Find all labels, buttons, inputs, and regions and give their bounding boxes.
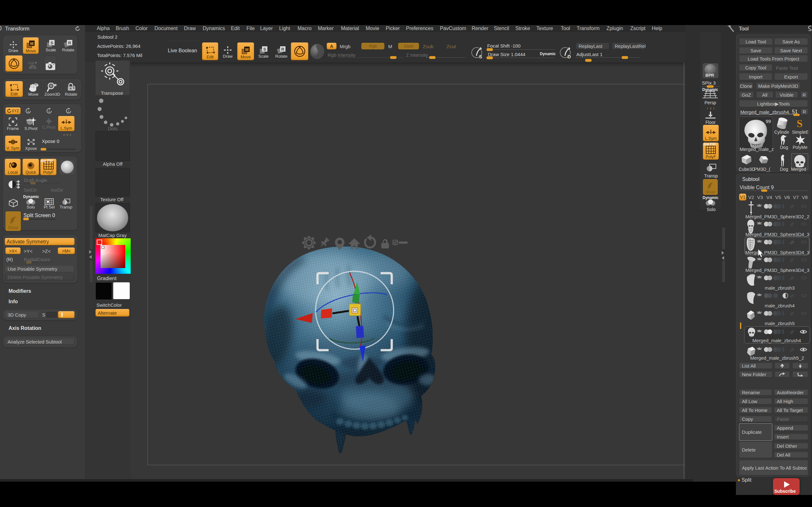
svg-text:R: R: [281, 47, 285, 52]
svg-text:S: S: [797, 118, 803, 129]
svg-text:Z: Z: [67, 110, 69, 113]
svg-text:S: S: [50, 41, 53, 45]
svg-text:M: M: [30, 41, 34, 46]
svg-text:S: S: [263, 47, 266, 52]
svg-text:Y: Y: [48, 110, 50, 113]
svg-text:X: X: [27, 110, 29, 113]
svg-text:R: R: [68, 41, 71, 45]
svg-text:D: D: [567, 54, 571, 59]
svg-text:S: S: [479, 54, 482, 59]
svg-text:M: M: [245, 47, 249, 52]
svg-text:Edit: Edit: [28, 61, 34, 65]
